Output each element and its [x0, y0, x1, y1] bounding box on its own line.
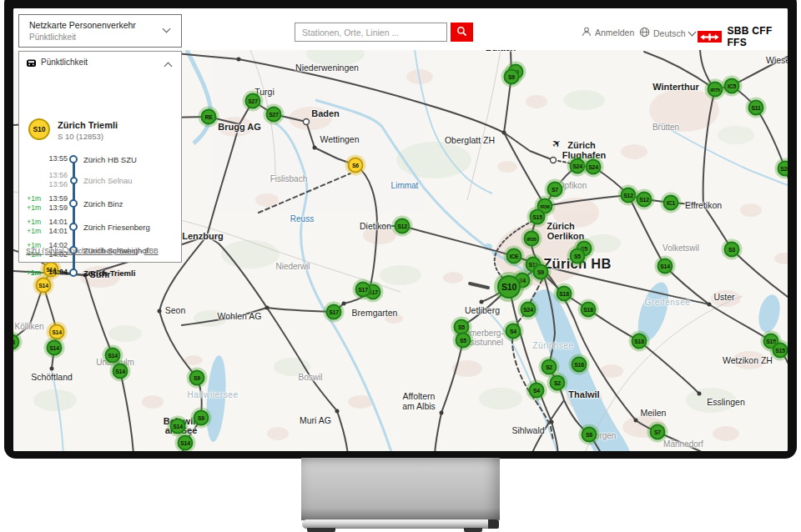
line-badge-s18[interactable]: S18 — [557, 286, 572, 302]
stop-name: Zürich Friesenberg — [79, 223, 181, 232]
line-badge-s5[interactable]: S5 — [456, 333, 471, 349]
map-label: Affoltern — [403, 391, 436, 401]
map-label: Thalwil — [568, 389, 599, 399]
line-badge-s14[interactable]: S14 — [113, 364, 128, 379]
line-badge-s8[interactable]: S8 — [582, 427, 597, 443]
map-label: Oerlikon — [547, 231, 585, 241]
map-label: Winterthur — [652, 82, 699, 92]
footer-separator: - — [138, 247, 144, 255]
map-label: Männedorf — [663, 439, 703, 449]
line-badge-s4[interactable]: S4 — [529, 383, 545, 399]
language-selector[interactable]: Deutsch — [639, 27, 695, 39]
line-badge-s17[interactable]: S17 — [326, 304, 342, 320]
stop-row[interactable]: +1m14:04Zürich Triemli — [19, 262, 181, 284]
sbb-link[interactable]: SBB — [144, 247, 159, 255]
map-label: Lenzburg — [182, 231, 224, 241]
map-label: Niederwil — [275, 262, 310, 271]
map-label: Fislisbach — [270, 174, 307, 183]
stand-base-cap — [488, 519, 499, 529]
login-button[interactable]: Anmelden — [582, 27, 634, 38]
line-badge-s16[interactable]: S16 — [572, 357, 587, 373]
line-badge-s14[interactable]: S14 — [47, 340, 63, 356]
line-badge-s3[interactable]: S3 — [724, 242, 740, 258]
map-label: Uetliberg — [465, 305, 500, 315]
line-badge-s12[interactable]: S12 — [395, 218, 411, 234]
line-badge-s9[interactable]: S9 — [504, 69, 520, 85]
line-badge-s26[interactable]: S26 — [778, 161, 788, 177]
line-badge-s12[interactable]: S12 — [621, 188, 637, 203]
map-label: Wettingen — [320, 134, 359, 144]
line-badge-s14[interactable]: S14 — [49, 324, 65, 340]
user-icon — [582, 27, 592, 38]
line-badge-s15[interactable]: S15 — [773, 343, 788, 359]
map-label: Baden — [311, 108, 340, 118]
line-badge-s27[interactable]: S27 — [266, 107, 282, 123]
search-input[interactable] — [295, 23, 447, 42]
map-label: Schöftland — [31, 372, 73, 382]
layer-dropdown[interactable]: Netzkarte Personenverkehr Pünktlichkeit — [18, 14, 182, 48]
line-badge-s9[interactable]: S9 — [189, 370, 205, 386]
stop-node-icon — [70, 177, 78, 184]
line-badge-s7[interactable]: S7 — [650, 424, 666, 440]
stop-row[interactable]: 13:5613:56Zürich Selnau — [19, 168, 181, 192]
line-badge-s4[interactable]: S4 — [506, 324, 521, 339]
line-badge-s10[interactable]: S10 — [497, 275, 521, 299]
map-label: Seon — [165, 305, 186, 315]
globe-icon — [639, 27, 650, 39]
map-label: Dietikon — [360, 221, 391, 231]
panel-header[interactable]: Pünktlichkeit — [19, 52, 181, 72]
line-badge-re[interactable]: RE — [201, 109, 217, 125]
line-badge-ic5[interactable]: IC5 — [724, 78, 740, 94]
line-badge-s18[interactable]: S18 — [581, 302, 597, 318]
map-label: Volketswil — [662, 243, 699, 253]
monitor-foot-right — [464, 528, 482, 532]
line-badge-s11[interactable]: S11 — [748, 100, 764, 116]
line-badge-s6[interactable]: S6 — [348, 158, 364, 173]
stop-row[interactable]: 13:55Zürich HB SZU — [19, 150, 181, 168]
map-label: Wetzikon ZH — [723, 355, 773, 365]
line-badge-s14[interactable]: S14 — [178, 435, 194, 451]
stop-row[interactable]: +1m+1m13:5913:59Zürich Binz — [19, 192, 181, 215]
map-label: Niederweningen — [295, 63, 359, 73]
layer-dropdown-title: Netzkarte Personenverkehr — [29, 20, 136, 30]
line-badge-s2[interactable]: S2 — [542, 359, 557, 375]
line-badge-s24[interactable]: S24 — [521, 302, 537, 318]
stop-node-icon — [69, 199, 78, 208]
line-badge-s5[interactable]: S5 — [570, 248, 586, 264]
line-badge-s24[interactable]: S24 — [570, 158, 586, 174]
map-label: Brugg AG — [218, 122, 261, 132]
route-line-badge: S10 — [28, 118, 50, 140]
punctuality-panel: Pünktlichkeit S10 Zürich Triemli S 10 (1… — [18, 51, 182, 263]
line-badge-s18[interactable]: S18 — [632, 334, 647, 349]
stop-name: Zürich Binz — [79, 199, 181, 208]
monitor-mockup: ✈ NiederweningenTurgiBrugg AGBadenWettin… — [0, 0, 801, 532]
line-badge-s14[interactable]: S14 — [105, 348, 121, 364]
line-badge-s24[interactable]: S24 — [586, 159, 602, 175]
search-button[interactable] — [451, 23, 473, 42]
line-badge-s27[interactable]: S27 — [245, 93, 261, 109]
stop-name: Zürich Selnau — [79, 176, 181, 185]
line-badge-s15[interactable]: S15 — [530, 209, 546, 225]
map-label: Uster — [713, 292, 734, 302]
line-badge-ice[interactable]: ICE — [506, 248, 522, 264]
operator-link[interactable]: SZU (Sihltal-Zürich-Uetliberg-Bahn) — [26, 247, 138, 255]
map-label: Reuss — [290, 214, 314, 223]
line-badge-ic1[interactable]: IC1 — [663, 195, 679, 211]
train-icon — [26, 57, 37, 72]
line-badge-s9[interactable]: S9 — [533, 264, 549, 280]
chevron-up-icon — [164, 63, 173, 71]
line-badge-s14[interactable]: S14 — [657, 258, 673, 274]
line-badge-ir35[interactable]: IR35 — [524, 231, 540, 247]
line-badge-s9[interactable]: S9 — [194, 410, 209, 426]
line-badge-s2[interactable]: S2 — [550, 375, 566, 391]
line-badge-s7[interactable]: S7 — [547, 182, 563, 198]
line-badge-s14[interactable]: S14 — [170, 419, 186, 434]
sbb-logo[interactable]: SBB CFF FFS — [698, 25, 788, 48]
line-badge-s12[interactable]: S12 — [637, 192, 652, 208]
line-badge-ir75[interactable]: IR75 — [708, 82, 723, 98]
stop-row[interactable]: +1m+1m14:0114:01Zürich Friesenberg — [19, 215, 181, 238]
map-label: Bülach — [486, 50, 516, 53]
map-label: Zürichsee — [532, 341, 573, 350]
login-label: Anmelden — [595, 28, 634, 38]
line-badge-s17[interactable]: S17 — [355, 282, 371, 298]
